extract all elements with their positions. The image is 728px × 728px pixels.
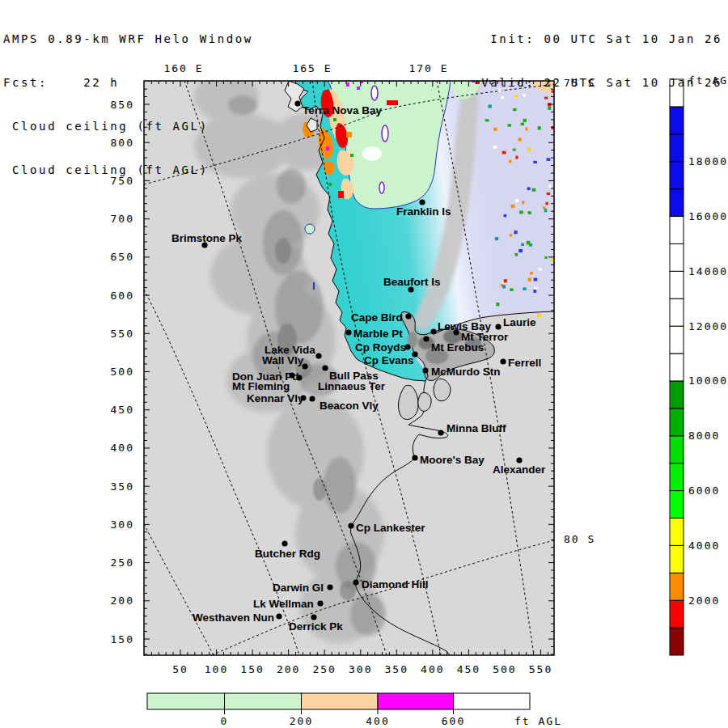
colorbar-cell xyxy=(670,243,684,271)
speckle xyxy=(547,193,550,195)
y-tick-label: 650 xyxy=(111,251,134,263)
station-dot xyxy=(516,457,522,463)
station-label: Cape Bird xyxy=(351,311,403,324)
station-label: Cp Evans xyxy=(364,354,414,366)
colorbar-bottom: 0200400600ft AGL xyxy=(147,693,562,727)
init-time: Init: 00 UTC Sat 10 Jan 26 xyxy=(481,32,722,46)
station-label: Mt Fleming xyxy=(232,380,290,392)
amps-forecast-page: AMPS 0.89-km WRF Helo Window Fcst: 22 h … xyxy=(0,0,728,728)
speckle xyxy=(519,211,523,214)
colorbar-value-label: 14000 xyxy=(688,265,728,277)
colorbar-cell xyxy=(670,217,684,244)
speckle xyxy=(521,243,524,247)
speckle xyxy=(545,202,548,205)
plot-title: AMPS 0.89-km WRF Helo Window xyxy=(3,32,253,46)
station-dot xyxy=(322,365,328,370)
speckle xyxy=(510,234,512,236)
speckle xyxy=(515,156,518,159)
bottom-colorbar-cell xyxy=(302,693,379,709)
x-tick-label: 400 xyxy=(421,663,444,675)
colorbar-cell xyxy=(670,436,684,463)
valid-time: Valid: 22 UTC Sat 10 Jan 26 xyxy=(481,75,722,90)
x-tick-label: 450 xyxy=(457,663,480,675)
colorbar-cell xyxy=(670,189,684,217)
speckle xyxy=(509,160,512,163)
speckle xyxy=(518,138,521,141)
speckle xyxy=(538,268,542,270)
y-tick-label: 300 xyxy=(111,518,134,531)
station-label: Lk Wellman xyxy=(253,598,314,610)
station-label: Terra Nova Bay xyxy=(303,104,383,116)
colorbar-value-label: 2000 xyxy=(688,595,720,607)
bottom-colorbar-cell xyxy=(454,693,531,709)
speckle xyxy=(502,151,506,154)
colorbar-value-label: 18000 xyxy=(688,155,728,167)
y-tick-label: 350 xyxy=(111,480,134,493)
speckle xyxy=(508,124,511,126)
colorbar-cell xyxy=(670,573,684,600)
station-dot xyxy=(453,329,459,335)
x-tick-label: 300 xyxy=(349,663,372,675)
station-label: Alexander xyxy=(493,463,546,476)
speckle xyxy=(515,199,518,202)
speckle xyxy=(548,185,552,188)
speckle xyxy=(514,231,517,234)
station-dot xyxy=(281,540,287,546)
x-tick-label: 50 xyxy=(172,663,188,675)
station-label: Cp Lankester xyxy=(356,522,425,534)
y-tick-label: 600 xyxy=(111,290,134,302)
colorbar-cell xyxy=(670,381,684,408)
station-label: Mt Erebus xyxy=(431,341,484,353)
speckle xyxy=(527,148,531,151)
forecast-hour: Fcst: 22 h xyxy=(3,75,253,90)
speckle xyxy=(533,161,537,163)
bottom-colorbar-label: 600 xyxy=(442,715,465,727)
blue-sliver xyxy=(313,282,315,290)
field-name-2: Cloud ceiling (ft AGL) xyxy=(3,163,253,177)
station-dot xyxy=(276,613,281,619)
speckle xyxy=(537,314,541,317)
speckle xyxy=(543,206,545,209)
speckle xyxy=(497,303,500,306)
speckle xyxy=(521,123,524,126)
colorbar-value-label: 6000 xyxy=(688,485,720,497)
speckle xyxy=(544,256,547,259)
header-right: Init: 00 UTC Sat 10 Jan 26 Valid: 22 UTC… xyxy=(481,2,722,119)
speckle xyxy=(504,279,507,282)
colorbar-value-label: 16000 xyxy=(688,210,728,222)
colorbar-cell xyxy=(670,518,684,545)
station-label: Laurie xyxy=(503,316,536,328)
station-label: Linnaeus Ter xyxy=(318,380,386,392)
colorbar-cell xyxy=(670,298,684,326)
colorbar-value-label: 12000 xyxy=(688,320,728,332)
station-dot xyxy=(345,329,351,335)
station-label: Brimstone Pk xyxy=(171,232,243,244)
station-dot xyxy=(438,430,443,435)
field-name-1: Cloud ceiling (ft AGL) xyxy=(3,119,253,133)
speckle xyxy=(526,127,528,130)
station-label: Ferrell xyxy=(508,357,541,369)
station-dot xyxy=(412,455,417,460)
y-tick-label: 200 xyxy=(111,595,134,607)
y-tick-label: 400 xyxy=(111,442,134,454)
colorbar-cell xyxy=(670,353,684,381)
x-tick-label: 200 xyxy=(277,663,300,675)
station-label: Diamond Hill xyxy=(362,578,429,590)
station-label: Butcher Rdg xyxy=(255,548,320,560)
y-tick-label: 250 xyxy=(111,557,134,569)
bottom-colorbar-label: 200 xyxy=(290,715,313,727)
station-dot xyxy=(419,199,425,205)
speckle xyxy=(502,285,506,288)
colorbar-cell xyxy=(670,162,684,189)
station-label: Wall Vly xyxy=(262,354,304,366)
station-dot xyxy=(327,584,332,590)
bottom-colorbar-cell xyxy=(225,693,302,709)
bottom-colorbar-cell xyxy=(378,693,454,709)
colorbar-cell xyxy=(670,326,684,353)
y-tick-label: 700 xyxy=(111,213,134,225)
coast-green-blob xyxy=(305,224,315,234)
colorbar-value-label: 8000 xyxy=(688,430,720,442)
speckle xyxy=(528,211,531,214)
longitude-label: 165 E xyxy=(292,62,332,74)
speckle xyxy=(493,146,497,149)
